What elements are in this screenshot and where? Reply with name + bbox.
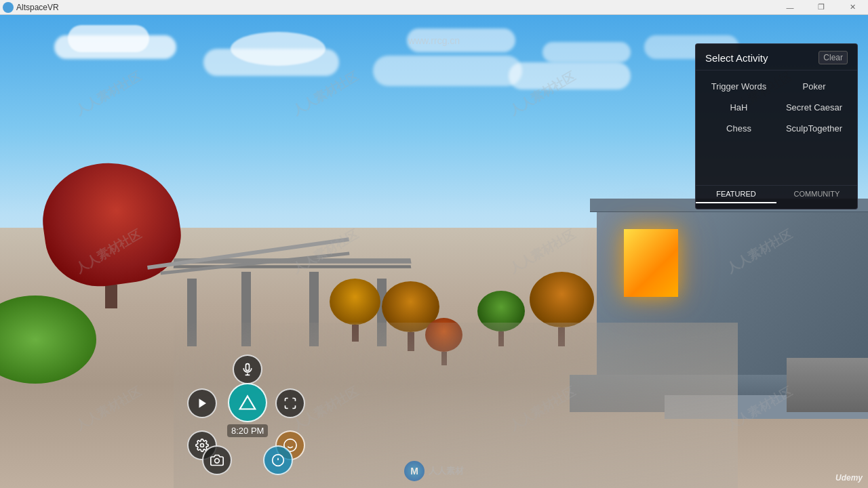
activity-trigger-words[interactable]: Trigger Words bbox=[703, 77, 775, 96]
info-button[interactable] bbox=[263, 445, 293, 475]
compress-button[interactable] bbox=[275, 388, 305, 418]
center-logo-button[interactable] bbox=[228, 383, 267, 422]
svg-point-5 bbox=[201, 444, 204, 447]
activity-sculp-together[interactable]: SculpTogether bbox=[778, 119, 850, 138]
panel-title: Select Activity bbox=[705, 52, 768, 64]
activity-chess[interactable]: Chess bbox=[703, 119, 775, 138]
window-controls: — ❐ ✕ bbox=[774, 0, 868, 15]
brand-name: 人人素材 bbox=[429, 465, 464, 477]
mic-button[interactable] bbox=[233, 354, 262, 384]
maximize-button[interactable]: ❐ bbox=[806, 0, 837, 15]
svg-marker-4 bbox=[240, 396, 256, 409]
camera-button[interactable] bbox=[202, 445, 232, 475]
panel-preview-area bbox=[696, 142, 857, 182]
tab-featured[interactable]: FEATURED bbox=[696, 186, 776, 203]
right-wall bbox=[787, 358, 868, 412]
activity-panel: Select Activity Clear Trigger Words Poke… bbox=[695, 43, 858, 209]
hud-controls: 8:20 PM bbox=[190, 364, 305, 469]
activity-grid: Trigger Words Poker HaH Secret Caesar Ch… bbox=[696, 70, 857, 142]
close-button[interactable]: ✕ bbox=[837, 0, 868, 15]
activity-secret-caesar[interactable]: Secret Caesar bbox=[778, 98, 850, 117]
activity-hah[interactable]: HaH bbox=[703, 98, 775, 117]
app-title: AltspaceVR bbox=[16, 3, 774, 12]
vr-scene: 人人素材社区 人人素材社区 人人素材社区 人人素材社区 人人素材社区 人人素材社… bbox=[0, 15, 868, 488]
udemy-badge: Udemy bbox=[835, 473, 863, 483]
titlebar: AltspaceVR — ❐ ✕ bbox=[0, 0, 868, 15]
time-display: 8:20 PM bbox=[227, 424, 268, 437]
activity-poker[interactable]: Poker bbox=[778, 77, 850, 96]
svg-marker-3 bbox=[199, 399, 207, 408]
tab-community[interactable]: COMMUNITY bbox=[776, 186, 857, 203]
clear-button[interactable]: Clear bbox=[818, 51, 848, 64]
red-tree bbox=[43, 163, 179, 308]
panel-header: Select Activity Clear bbox=[696, 44, 857, 70]
brand-logo: M bbox=[404, 461, 425, 481]
svg-point-9 bbox=[215, 459, 220, 464]
app-icon bbox=[3, 2, 14, 13]
green-bush-left bbox=[0, 296, 96, 384]
panel-tabs: FEATURED COMMUNITY bbox=[696, 185, 857, 203]
minimize-button[interactable]: — bbox=[774, 0, 806, 15]
brand-watermark: M 人人素材 bbox=[404, 461, 464, 481]
svg-rect-0 bbox=[246, 364, 250, 371]
play-button[interactable] bbox=[187, 388, 217, 418]
